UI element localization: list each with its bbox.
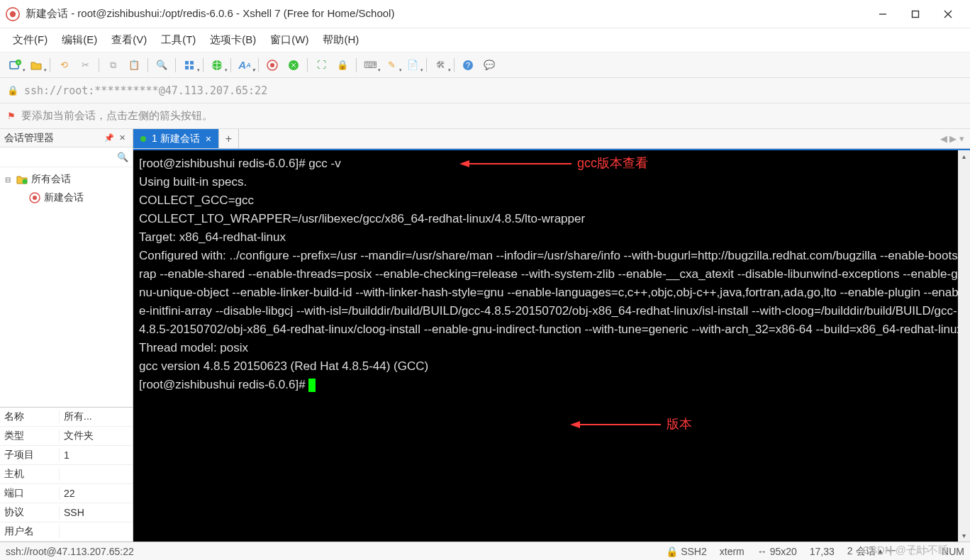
reconnect-icon[interactable]: ⟲: [55, 56, 73, 74]
terminal-scrollbar[interactable]: ▴ ▾: [958, 150, 970, 542]
svg-rect-12: [190, 66, 194, 69]
status-dot-icon: [140, 136, 146, 142]
tree-item-label: 新建会话: [44, 191, 84, 204]
terminal-output: [root@zishibushui redis-6.0.6]# gcc -v U…: [139, 155, 964, 394]
tab-close-icon[interactable]: ×: [206, 133, 211, 145]
prop-row: 名称所有...: [0, 408, 133, 427]
maximize-button[interactable]: [899, 3, 932, 26]
tab-add-button[interactable]: +: [219, 129, 239, 148]
script-icon[interactable]: 📄▾: [403, 56, 422, 74]
address-bar: 🔒 ssh://root:**********@47.113.207.65:22: [0, 78, 970, 103]
tab-strip: 1 新建会话 × + ◀ ▶ ▾: [133, 129, 970, 149]
scroll-up-icon[interactable]: ▴: [958, 150, 970, 162]
status-size: ↔ 95x20: [757, 546, 797, 557]
fullscreen-icon[interactable]: ⛶: [312, 56, 330, 74]
svg-point-1: [10, 11, 16, 16]
tree-collapse-icon[interactable]: ⊟: [3, 176, 13, 184]
font-icon[interactable]: AA▾: [235, 56, 254, 74]
copy-icon[interactable]: ⧉: [104, 56, 122, 74]
xshell-icon[interactable]: [263, 56, 281, 74]
session-tree[interactable]: ⊟ 所有会话 新建会话: [0, 167, 133, 407]
keyboard-icon[interactable]: ⌨▾: [361, 56, 379, 74]
globe-icon[interactable]: ▾: [208, 56, 226, 74]
properties-table: 名称所有... 类型文件夹 子项目1 主机 端口22 协议SSH 用户名: [0, 407, 133, 542]
tree-session-item[interactable]: 新建会话: [3, 189, 130, 207]
svg-rect-3: [913, 11, 919, 17]
status-address: ssh://root@47.113.207.65:22: [6, 546, 653, 557]
minimize-button[interactable]: [866, 3, 899, 26]
menu-window[interactable]: 窗口(W): [263, 30, 316, 50]
search-icon[interactable]: 🔍: [117, 152, 128, 162]
window-title: 新建会话 - root@zishibushui:/opt/redis-6.0.6…: [26, 7, 866, 21]
highlight-icon[interactable]: ✎▾: [382, 56, 401, 74]
lock-icon[interactable]: 🔒: [333, 56, 352, 74]
menu-edit[interactable]: 编辑(E): [55, 30, 104, 50]
status-bar: ssh://root@47.113.207.65:22 🔒 SSH2 xterm…: [0, 542, 970, 560]
svg-rect-10: [190, 61, 194, 65]
watermark: CSDN @子叶不睡: [862, 544, 949, 557]
paste-icon[interactable]: 📋: [125, 56, 143, 74]
svg-text:?: ?: [466, 61, 470, 69]
prop-row: 类型文件夹: [0, 427, 133, 446]
svg-point-23: [33, 196, 37, 200]
status-ssh: 🔒 SSH2: [666, 546, 706, 557]
address-text[interactable]: ssh://root:**********@47.113.207.65:22: [24, 84, 267, 97]
menu-tab[interactable]: 选项卡(B): [203, 30, 263, 50]
tools-icon[interactable]: 🛠▾: [431, 56, 450, 74]
folder-icon: [16, 173, 28, 186]
panel-close-icon[interactable]: ✕: [116, 132, 128, 145]
cursor-icon: [308, 379, 316, 392]
menu-view[interactable]: 查看(V): [104, 30, 154, 50]
tree-root-label: 所有会话: [31, 173, 71, 186]
svg-point-17: [270, 63, 274, 67]
content-area: 1 新建会话 × + ◀ ▶ ▾ [root@zishibushui redis…: [133, 129, 970, 542]
close-button[interactable]: [932, 3, 964, 26]
menu-bar: 文件(F) 编辑(E) 查看(V) 工具(T) 选项卡(B) 窗口(W) 帮助(…: [0, 28, 970, 52]
tab-session[interactable]: 1 新建会话 ×: [133, 129, 219, 148]
prop-row: 主机: [0, 465, 133, 484]
disconnect-icon[interactable]: ✂: [76, 56, 94, 74]
open-session-icon[interactable]: ▾: [27, 56, 45, 74]
lock-status-icon: 🔒: [7, 85, 18, 96]
status-term: xterm: [720, 546, 745, 557]
annotation-version: 版本: [570, 415, 692, 433]
prop-row: 端口22: [0, 484, 133, 503]
xftp-icon[interactable]: [284, 56, 303, 74]
hint-text: 要添加当前会话，点击左侧的箭头按钮。: [21, 109, 213, 123]
toolbar: +▾ ▾ ⟲ ✂ ⧉ 📋 🔍 ▾ ▾ AA▾ ⛶ 🔒 ⌨▾ ✎▾ 📄▾ 🛠▾ ?…: [0, 52, 970, 78]
svg-rect-9: [185, 61, 189, 65]
find-icon[interactable]: 🔍: [152, 56, 171, 74]
help-icon[interactable]: ?: [459, 56, 477, 74]
scroll-down-icon[interactable]: ▾: [958, 530, 970, 542]
panel-title: 会话管理器: [4, 132, 103, 145]
title-bar: 新建会话 - root@zishibushui:/opt/redis-6.0.6…: [0, 0, 970, 28]
svg-rect-11: [185, 66, 189, 69]
main-area: 会话管理器 📌 ✕ 🔍 ⊟ 所有会话 新建会话 名称所有... 类型文件夹 子项…: [0, 129, 970, 542]
menu-file[interactable]: 文件(F): [6, 30, 55, 50]
tab-label: 1 新建会话: [152, 133, 200, 145]
menu-help[interactable]: 帮助(H): [316, 30, 366, 50]
tree-root[interactable]: ⊟ 所有会话: [3, 170, 130, 189]
pin-icon[interactable]: 📌: [103, 132, 116, 145]
panel-filter: 🔍: [0, 147, 133, 167]
tab-scroll[interactable]: ◀ ▶ ▾: [940, 129, 970, 148]
prop-row: 用户名: [0, 522, 133, 542]
svg-point-21: [23, 179, 28, 184]
svg-marker-27: [570, 421, 580, 428]
terminal[interactable]: [root@zishibushui redis-6.0.6]# gcc -v U…: [133, 149, 970, 542]
properties-icon[interactable]: ▾: [180, 56, 199, 74]
prop-row: 协议SSH: [0, 503, 133, 522]
status-pos: 17,33: [810, 546, 835, 557]
flag-icon: ⚑: [7, 111, 16, 121]
prop-row: 子项目1: [0, 446, 133, 465]
panel-header: 会话管理器 📌 ✕: [0, 129, 133, 147]
hint-bar: ⚑ 要添加当前会话，点击左侧的箭头按钮。: [0, 103, 970, 129]
feedback-icon[interactable]: 💬: [480, 56, 498, 74]
new-session-icon[interactable]: +▾: [6, 56, 24, 74]
svg-text:+: +: [17, 60, 20, 65]
menu-tools[interactable]: 工具(T): [154, 30, 203, 50]
session-icon: [28, 191, 41, 204]
app-logo-icon: [6, 7, 20, 21]
session-manager-panel: 会话管理器 📌 ✕ 🔍 ⊟ 所有会话 新建会话 名称所有... 类型文件夹 子项…: [0, 129, 133, 542]
